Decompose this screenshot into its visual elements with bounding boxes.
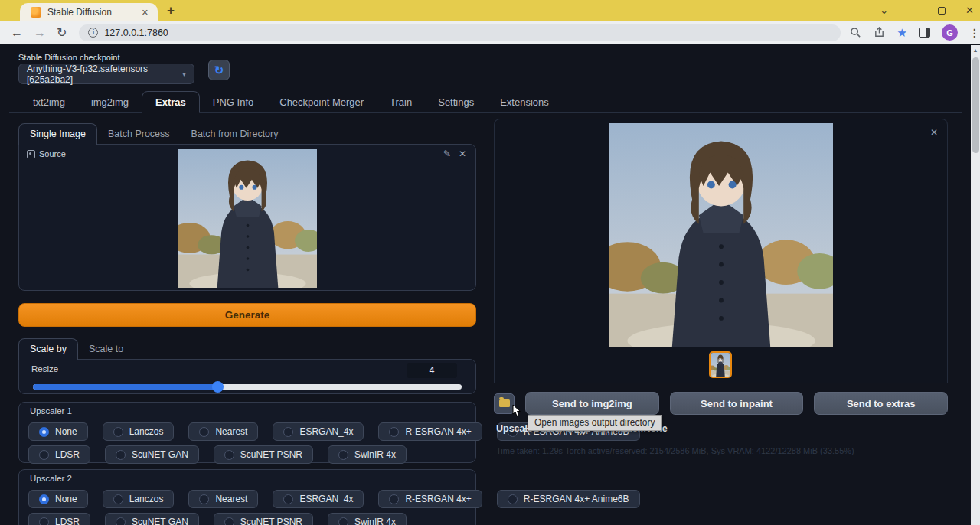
forward-button[interactable]: → xyxy=(34,26,46,40)
upscaler1-option-none[interactable]: None xyxy=(28,422,88,441)
folder-icon xyxy=(499,399,510,407)
tab-extras[interactable]: Extras xyxy=(142,91,200,113)
zoom-icon[interactable] xyxy=(850,27,862,39)
tab-txt2img[interactable]: txt2img xyxy=(20,92,78,112)
clear-image-icon[interactable]: ✕ xyxy=(459,148,466,159)
generate-button[interactable]: Generate xyxy=(18,303,476,327)
page-scrollbar[interactable]: ▲ xyxy=(971,45,980,525)
window-close-button[interactable]: ✕ xyxy=(965,0,974,21)
upscaler2-option-nearest[interactable]: Nearest xyxy=(188,490,258,508)
checkpoint-value: Anything-V3-fp32.safetensors [625a2ba2] xyxy=(27,64,182,85)
scroll-up-icon[interactable]: ▲ xyxy=(971,45,980,53)
upscaler2-option-lanczos[interactable]: Lanczos xyxy=(103,490,175,508)
refresh-icon: ↻ xyxy=(214,64,224,77)
browser-tab[interactable]: Stable Diffusion ✕ xyxy=(20,3,158,21)
send-to-extras-button[interactable]: Send to extras xyxy=(814,392,948,415)
reload-button[interactable]: ↻ xyxy=(57,25,67,40)
gallery-close-icon[interactable]: ✕ xyxy=(930,127,938,138)
radio-icon xyxy=(199,494,209,504)
radio-icon xyxy=(338,517,348,525)
option-label: SwinIR 4x xyxy=(354,449,396,460)
tab-batch-from-directory[interactable]: Batch from Directory xyxy=(181,124,289,145)
resize-panel: Resize 4 xyxy=(18,359,476,394)
restore-button[interactable] xyxy=(938,7,946,15)
result-image[interactable] xyxy=(609,123,833,347)
radio-icon xyxy=(389,494,399,504)
address-bar[interactable]: i 127.0.0.1:7860 xyxy=(79,24,840,41)
profile-avatar[interactable]: G xyxy=(942,24,958,41)
tab-img2img[interactable]: img2img xyxy=(78,92,142,112)
minimize-button[interactable]: — xyxy=(908,0,918,21)
upscaler1-label: Upscaler 1 xyxy=(30,406,72,416)
upscaler1-option-scunet-gan[interactable]: ScuNET GAN xyxy=(105,445,199,464)
option-label: ScuNET PSNR xyxy=(240,517,302,525)
scale-tab-bar: Scale by Scale to xyxy=(18,338,476,360)
send-to-img2img-button[interactable]: Send to img2img xyxy=(525,392,659,415)
scrollbar-thumb[interactable] xyxy=(972,57,979,153)
result-thumbnail[interactable] xyxy=(709,351,732,378)
tab-settings[interactable]: Settings xyxy=(425,92,487,112)
option-label: R-ESRGAN 4x+ xyxy=(405,426,471,437)
resize-value-input[interactable]: 4 xyxy=(407,363,457,378)
radio-icon xyxy=(338,450,348,460)
upscaler1-option-nearest[interactable]: Nearest xyxy=(188,422,258,441)
send-to-inpaint-label: Send to inpaint xyxy=(701,398,773,409)
upscaler2-option-resrgan4x[interactable]: R-ESRGAN 4x+ xyxy=(378,490,482,508)
radio-icon xyxy=(283,427,293,437)
upscaler2-option-esrgan4x[interactable]: ESRGAN_4x xyxy=(273,490,364,508)
result-gallery-panel: ✕ xyxy=(494,119,948,383)
upscaler2-option-swinir4x[interactable]: SwinIR 4x xyxy=(328,513,407,525)
radio-icon xyxy=(116,450,126,460)
radio-icon xyxy=(283,494,293,504)
page-info-icon[interactable]: i xyxy=(88,28,98,38)
side-panel-icon[interactable] xyxy=(919,28,930,38)
slider-fill xyxy=(33,384,217,390)
browser-menu-icon[interactable]: ⋮ xyxy=(969,27,980,39)
upscaler1-option-scunet-psnr[interactable]: ScuNET PSNR xyxy=(214,445,313,464)
option-label: Lanczos xyxy=(129,426,164,437)
radio-checked-icon xyxy=(39,427,49,437)
upscaler2-option-scunet-psnr[interactable]: ScuNET PSNR xyxy=(214,513,313,525)
tab-batch-process[interactable]: Batch Process xyxy=(97,124,181,145)
tab-close-icon[interactable]: ✕ xyxy=(139,6,152,19)
webui-page: Stable Diffusion checkpoint Anything-V3-… xyxy=(0,45,971,525)
checkpoint-select[interactable]: Anything-V3-fp32.safetensors [625a2ba2] … xyxy=(18,64,194,84)
upscaler1-option-swinir4x[interactable]: SwinIR 4x xyxy=(328,445,407,464)
tab-search-icon[interactable]: ⌄ xyxy=(880,0,888,21)
upscaler1-option-esrgan4x[interactable]: ESRGAN_4x xyxy=(273,422,364,441)
generate-label: Generate xyxy=(225,309,270,321)
tab-extensions[interactable]: Extensions xyxy=(487,92,562,112)
upscaler1-option-resrgan4x[interactable]: R-ESRGAN 4x+ xyxy=(378,422,482,441)
browser-toolbar: ← → ↻ i 127.0.0.1:7860 ★ G ⋮ xyxy=(0,21,980,44)
new-tab-button[interactable]: + xyxy=(167,3,175,18)
chevron-down-icon: ▾ xyxy=(182,70,186,78)
share-icon[interactable] xyxy=(874,27,886,39)
tab-single-image[interactable]: Single Image xyxy=(18,123,97,145)
option-label: ScuNET PSNR xyxy=(240,449,302,460)
resize-slider[interactable] xyxy=(33,384,462,390)
option-label: R-ESRGAN 4x+ xyxy=(405,494,471,504)
edit-image-icon[interactable]: ✎ xyxy=(443,148,451,159)
tab-png-info[interactable]: PNG Info xyxy=(200,92,266,112)
upscaler1-option-lanczos[interactable]: Lanczos xyxy=(103,422,175,441)
send-to-inpaint-button[interactable]: Send to inpaint xyxy=(670,392,804,415)
tooltip: Open images output directory xyxy=(528,415,662,431)
tab-scale-to[interactable]: Scale to xyxy=(78,339,134,360)
back-button[interactable]: ← xyxy=(11,26,23,40)
upscaler2-option-ldsr[interactable]: LDSR xyxy=(28,513,90,525)
slider-thumb[interactable] xyxy=(212,381,224,393)
option-label: LDSR xyxy=(55,449,80,460)
option-label: ScuNET GAN xyxy=(132,449,188,460)
tab-train[interactable]: Train xyxy=(377,92,425,112)
option-label: None xyxy=(55,494,77,504)
upscaler2-option-none[interactable]: None xyxy=(28,490,88,508)
bookmark-star-icon[interactable]: ★ xyxy=(897,26,907,40)
radio-icon xyxy=(199,427,209,437)
tab-scale-by[interactable]: Scale by xyxy=(18,338,78,360)
upscaler1-option-ldsr[interactable]: LDSR xyxy=(28,445,90,464)
refresh-checkpoint-button[interactable]: ↻ xyxy=(208,60,230,80)
tab-checkpoint-merger[interactable]: Checkpoint Merger xyxy=(266,92,377,112)
upscaler2-option-scunet-gan[interactable]: ScuNET GAN xyxy=(105,513,199,525)
url-text: 127.0.0.1:7860 xyxy=(104,28,168,38)
source-image-panel[interactable]: Source ✎ ✕ xyxy=(18,144,476,291)
